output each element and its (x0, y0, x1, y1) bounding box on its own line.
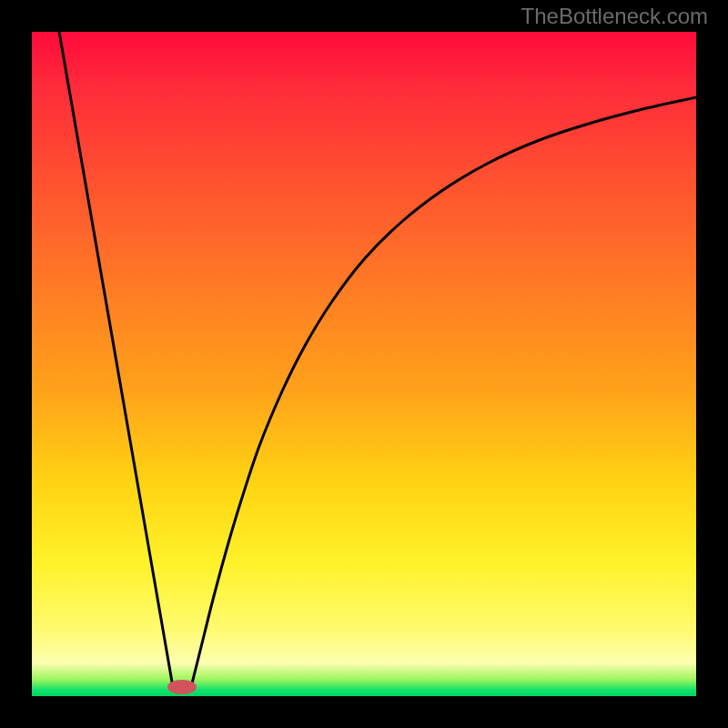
curve-left-branch (59, 32, 173, 687)
plot-area (32, 32, 696, 696)
chart-frame: TheBottleneck.com (0, 0, 728, 728)
curve-svg (32, 32, 696, 696)
min-marker (167, 680, 197, 694)
curve-right-branch (191, 97, 696, 687)
watermark-text: TheBottleneck.com (521, 4, 708, 29)
